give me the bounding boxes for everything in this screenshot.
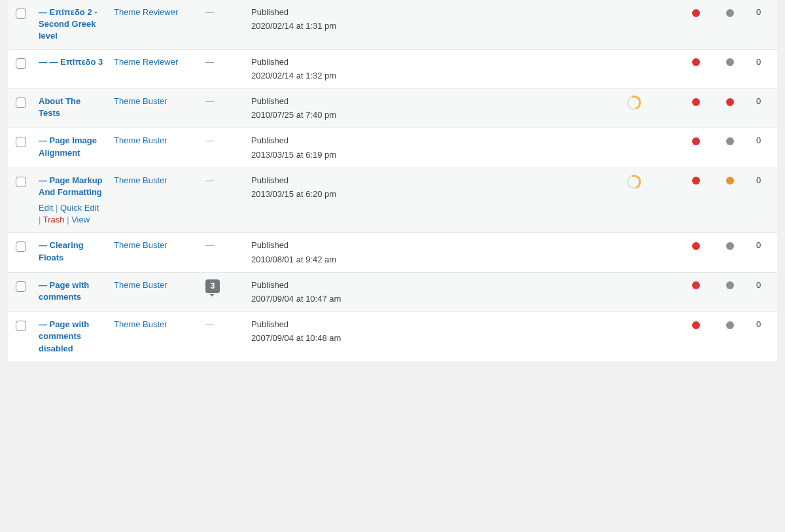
readability-dot-icon — [726, 281, 734, 289]
author-link[interactable]: Theme Buster — [114, 135, 167, 145]
page-title-link[interactable]: — Επίπεδο 2 - Second Greek level — [39, 7, 97, 41]
page-title-link[interactable]: — Page with comments disabled — [39, 319, 89, 353]
links-count: 0 — [751, 128, 777, 168]
select-row-checkbox[interactable] — [16, 137, 26, 147]
select-row-checkbox[interactable] — [16, 9, 26, 19]
page-title-link[interactable]: About The Tests — [39, 96, 80, 118]
links-count: 0 — [751, 233, 777, 272]
links-count: 0 — [751, 88, 777, 128]
readability-dot-icon — [726, 242, 734, 250]
author-link[interactable]: Theme Buster — [114, 96, 167, 106]
publish-datetime: 2010/08/01 at 9:42 am — [251, 254, 616, 266]
publish-status: Published — [251, 7, 616, 18]
readability-dot-icon — [726, 58, 734, 66]
select-row-checkbox[interactable] — [16, 177, 26, 187]
publish-status: Published — [251, 135, 616, 147]
table-row: — Clearing Floats Theme Buster — Publish… — [8, 233, 777, 272]
author-link[interactable]: Theme Buster — [114, 240, 167, 250]
publish-status: Published — [251, 279, 616, 291]
author-link[interactable]: Theme Buster — [114, 319, 167, 329]
publish-datetime: 2020/02/14 at 1:32 pm — [251, 70, 616, 82]
select-row-checkbox[interactable] — [16, 98, 26, 108]
table-row: — Page Image Alignment Theme Buster — Pu… — [8, 128, 777, 168]
links-count: 0 — [751, 312, 777, 361]
select-row-checkbox[interactable] — [16, 241, 26, 252]
comments-dash: — — [205, 319, 214, 329]
table-row: — Επίπεδο 2 - Second Greek level Theme R… — [8, 0, 777, 49]
comments-dash: — — [205, 7, 214, 17]
quick-edit-link[interactable]: Quick Edit — [60, 203, 99, 213]
publish-datetime: 2020/02/14 at 1:31 pm — [251, 20, 616, 32]
page-title-link[interactable]: — Clearing Floats — [39, 240, 84, 262]
trash-link[interactable]: Trash — [43, 215, 65, 224]
readability-dot-icon — [726, 98, 734, 106]
publish-datetime: 2007/09/04 at 10:47 am — [251, 293, 616, 305]
action-separator: | — [56, 203, 60, 213]
publish-status: Published — [251, 319, 616, 330]
publish-datetime: 2010/07/25 at 7:40 pm — [251, 109, 616, 121]
publish-status: Published — [251, 239, 616, 251]
links-count: 0 — [751, 272, 777, 311]
table-row: — Page Markup And Formatting Edit | Quic… — [8, 168, 777, 233]
publish-status: Published — [251, 56, 616, 68]
page-title-link[interactable]: — — Επίπεδο 3 — [39, 57, 103, 67]
links-count: 0 — [751, 168, 777, 233]
publish-datetime: 2013/03/15 at 6:19 pm — [251, 149, 616, 161]
seo-dot-icon — [692, 98, 700, 106]
select-row-checkbox[interactable] — [16, 281, 26, 292]
publish-status: Published — [251, 96, 616, 107]
publish-datetime: 2013/03/15 at 6:20 pm — [251, 188, 616, 200]
page-title-link[interactable]: — Page Markup And Formatting — [39, 175, 103, 197]
seo-dot-icon — [692, 58, 700, 66]
comments-dash: — — [205, 175, 214, 185]
table-row: About The Tests Theme Buster — Published… — [8, 88, 777, 128]
seo-dot-icon — [692, 177, 700, 185]
seo-dot-icon — [692, 281, 700, 289]
table-row: — — Επίπεδο 3 Theme Reviewer — Published… — [8, 49, 777, 88]
table-row: — Page with comments Theme Buster 3 Publ… — [8, 272, 777, 311]
comments-dash: — — [205, 135, 214, 145]
seo-dot-icon — [692, 242, 700, 250]
page-title-link[interactable]: — Page Image Alignment — [39, 135, 97, 157]
publish-status: Published — [251, 175, 616, 186]
readability-ring-icon — [624, 172, 643, 191]
seo-dot-icon — [692, 9, 700, 17]
page-title-link[interactable]: — Page with comments — [39, 280, 89, 302]
action-separator: | — [39, 215, 43, 224]
links-count: 0 — [751, 0, 777, 49]
author-link[interactable]: Theme Buster — [114, 280, 167, 290]
readability-dot-icon — [726, 177, 734, 185]
comments-dash: — — [205, 96, 214, 106]
comments-dash: — — [205, 57, 214, 67]
author-link[interactable]: Theme Buster — [114, 175, 167, 185]
row-actions: Edit | Quick Edit | Trash | View — [39, 202, 103, 226]
comments-dash: — — [205, 240, 214, 250]
author-link[interactable]: Theme Reviewer — [114, 57, 178, 67]
table-row: — Page with comments disabled Theme Bust… — [8, 312, 777, 361]
readability-dot-icon — [726, 321, 734, 329]
author-link[interactable]: Theme Reviewer — [114, 7, 178, 17]
select-row-checkbox[interactable] — [16, 58, 26, 69]
comments-bubble[interactable]: 3 — [205, 279, 220, 293]
links-count: 0 — [751, 49, 777, 88]
readability-dot-icon — [726, 137, 734, 145]
seo-dot-icon — [692, 137, 700, 145]
edit-link[interactable]: Edit — [39, 203, 53, 213]
readability-ring-icon — [624, 93, 643, 112]
pages-table: — Επίπεδο 2 - Second Greek level Theme R… — [8, 0, 777, 361]
view-link[interactable]: View — [71, 215, 90, 224]
seo-dot-icon — [692, 321, 700, 329]
publish-datetime: 2007/09/04 at 10:48 am — [251, 332, 616, 344]
readability-dot-icon — [726, 9, 734, 17]
select-row-checkbox[interactable] — [16, 321, 26, 331]
